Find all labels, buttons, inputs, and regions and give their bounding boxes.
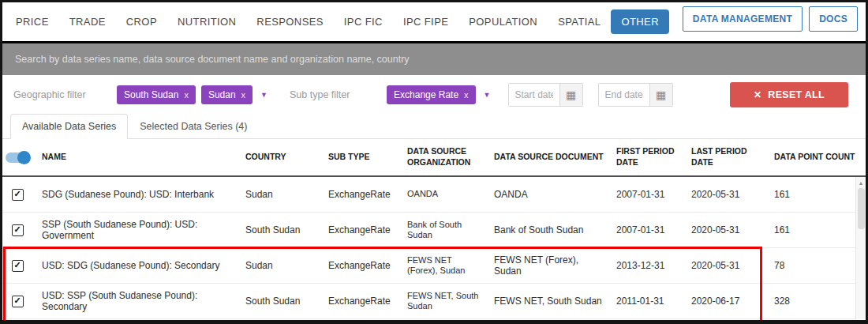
chip-label: Sudan bbox=[208, 89, 236, 100]
row-checkbox[interactable]: ✓ bbox=[12, 224, 24, 236]
search-bar bbox=[2, 43, 866, 75]
cell-document: FEWS NET (Forex), Sudan bbox=[494, 254, 616, 277]
cell-name: SSP (South Sudanese Pound): USD: Governm… bbox=[42, 219, 245, 242]
end-date-input[interactable] bbox=[599, 84, 649, 106]
cell-organization: FEWS NET (Forex), Sudan bbox=[407, 255, 494, 276]
toggle-knob bbox=[17, 151, 31, 164]
data-management-button[interactable]: DATA MANAGEMENT bbox=[683, 6, 803, 32]
nav-tab-population[interactable]: POPULATION bbox=[458, 9, 548, 34]
geographic-dropdown-caret-icon[interactable]: ▼ bbox=[260, 91, 268, 99]
reset-label: RESET ALL bbox=[768, 89, 825, 100]
nav-tab-nutrition[interactable]: NUTRITION bbox=[167, 9, 246, 34]
table-row-2[interactable]: ✓ SSP (South Sudanese Pound): USD: Gover… bbox=[2, 213, 866, 248]
chip-south-sudan[interactable]: South Sudan x bbox=[117, 85, 196, 104]
reset-all-button[interactable]: ✕ RESET ALL bbox=[730, 82, 848, 107]
table-row-4[interactable]: ✓ USD: SSP (South Sudanese Pound): Secon… bbox=[2, 284, 866, 319]
nav-tab-responses[interactable]: RESPONSES bbox=[246, 9, 334, 34]
cell-sub-type: ExchangeRate bbox=[328, 224, 407, 235]
nav-tab-other[interactable]: OTHER bbox=[611, 9, 669, 34]
header-first-period-date[interactable]: FIRST PERIOD DATE bbox=[616, 146, 691, 168]
calendar-icon: ▦ bbox=[566, 89, 576, 101]
end-date-calendar-button[interactable]: ▦ bbox=[649, 84, 672, 106]
nav-actions: DATA MANAGEMENT DOCS bbox=[683, 2, 858, 32]
tab-selected-data-series[interactable]: Selected Data Series (4) bbox=[128, 114, 259, 139]
nav-tab-ipc-fipe[interactable]: IPC FIPE bbox=[393, 9, 458, 34]
cell-country: Sudan bbox=[245, 189, 328, 200]
cell-last-period-date: 2020-05-31 bbox=[691, 189, 774, 200]
table-row-1[interactable]: ✓ SDG (Sudanese Pound): USD: Interbank S… bbox=[2, 177, 866, 213]
header-name[interactable]: NAME bbox=[42, 152, 245, 163]
row-checkbox[interactable]: ✓ bbox=[12, 296, 24, 307]
cell-last-period-date: 2020-05-31 bbox=[691, 224, 774, 235]
cell-data-point-count: 78 bbox=[774, 260, 866, 271]
cell-organization: OANDA bbox=[407, 189, 494, 199]
header-data-source-organization[interactable]: DATA SOURCE ORGANIZATION bbox=[407, 146, 494, 168]
header-sub-type[interactable]: SUB TYPE bbox=[328, 152, 407, 163]
chip-remove-icon[interactable]: x bbox=[464, 90, 469, 100]
geographic-filter-input[interactable] bbox=[12, 89, 111, 101]
end-date-group: ▦ bbox=[598, 83, 673, 107]
cell-sub-type: ExchangeRate bbox=[328, 189, 407, 200]
check-icon: ✓ bbox=[13, 296, 21, 306]
app-window: PRICE TRADE CROP NUTRITION RESPONSES IPC… bbox=[0, 0, 868, 324]
table-header: NAME COUNTRY SUB TYPE DATA SOURCE ORGANI… bbox=[2, 139, 866, 177]
chip-label: Exchange Rate bbox=[394, 89, 458, 100]
cell-name: USD: SDG (Sudanese Pound): Secondary bbox=[42, 260, 245, 271]
cell-data-point-count: 161 bbox=[774, 224, 866, 235]
header-last-period-date[interactable]: LAST PERIOD DATE bbox=[691, 146, 774, 168]
cell-sub-type: ExchangeRate bbox=[328, 296, 407, 307]
table-scrollbar[interactable]: ▲ bbox=[855, 177, 866, 319]
data-series-table: NAME COUNTRY SUB TYPE DATA SOURCE ORGANI… bbox=[2, 139, 866, 319]
cell-first-period-date: 2007-01-31 bbox=[616, 224, 691, 235]
filter-bar: South Sudan x Sudan x ▼ Exchange Rate x … bbox=[2, 75, 866, 114]
header-data-point-count[interactable]: DATA POINT COUNT bbox=[774, 152, 866, 163]
cell-organization: Bank of South Sudan bbox=[407, 220, 494, 240]
nav-tab-crop[interactable]: CROP bbox=[116, 9, 167, 34]
row-checkbox[interactable]: ✓ bbox=[12, 189, 24, 201]
header-data-source-document[interactable]: DATA SOURCE DOCUMENT bbox=[494, 152, 616, 163]
top-nav: PRICE TRADE CROP NUTRITION RESPONSES IPC… bbox=[2, 2, 866, 43]
select-all-toggle[interactable] bbox=[6, 153, 29, 163]
header-country[interactable]: COUNTRY bbox=[245, 152, 328, 163]
nav-tab-price[interactable]: PRICE bbox=[6, 9, 59, 34]
cell-document: OANDA bbox=[494, 189, 616, 200]
cell-country: South Sudan bbox=[245, 224, 328, 235]
start-date-group: ▦ bbox=[508, 83, 583, 107]
nav-tabs: PRICE TRADE CROP NUTRITION RESPONSES IPC… bbox=[6, 9, 669, 34]
subtype-dropdown-caret-icon[interactable]: ▼ bbox=[484, 91, 491, 99]
chip-remove-icon[interactable]: x bbox=[184, 90, 189, 100]
row-checkbox[interactable]: ✓ bbox=[12, 260, 24, 272]
check-icon: ✓ bbox=[13, 189, 21, 199]
subtype-filter-input[interactable] bbox=[288, 89, 381, 101]
chip-label: South Sudan bbox=[124, 89, 178, 100]
scrollbar-thumb[interactable] bbox=[858, 188, 865, 229]
cell-sub-type: ExchangeRate bbox=[328, 260, 407, 271]
nav-tab-ipc-fic[interactable]: IPC FIC bbox=[334, 9, 393, 34]
cell-country: Sudan bbox=[245, 260, 328, 271]
nav-tab-trade[interactable]: TRADE bbox=[59, 9, 116, 34]
start-date-input[interactable] bbox=[509, 84, 559, 106]
chip-remove-icon[interactable]: x bbox=[241, 90, 246, 100]
series-tabs: Available Data Series Selected Data Seri… bbox=[2, 114, 866, 139]
start-date-calendar-button[interactable]: ▦ bbox=[559, 84, 582, 106]
cell-last-period-date: 2020-06-17 bbox=[691, 296, 774, 307]
scroll-up-icon[interactable]: ▲ bbox=[859, 177, 864, 188]
tab-available-data-series[interactable]: Available Data Series bbox=[10, 114, 128, 139]
docs-button[interactable]: DOCS bbox=[809, 6, 858, 32]
cell-document: Bank of South Sudan bbox=[494, 224, 616, 235]
cell-document: FEWS NET, South Sudan bbox=[494, 296, 616, 307]
cell-name: USD: SSP (South Sudanese Pound): Seconda… bbox=[42, 290, 245, 313]
table-body: ✓ SDG (Sudanese Pound): USD: Interbank S… bbox=[2, 177, 866, 319]
cell-organization: FEWS NET, South Sudan bbox=[407, 291, 494, 311]
table-row-3[interactable]: ✓ USD: SDG (Sudanese Pound): Secondary S… bbox=[2, 248, 866, 284]
cell-data-point-count: 161 bbox=[774, 189, 866, 200]
cell-last-period-date: 2020-05-31 bbox=[691, 260, 774, 271]
search-input[interactable] bbox=[13, 53, 855, 66]
cell-name: SDG (Sudanese Pound): USD: Interbank bbox=[42, 189, 245, 200]
chip-sudan[interactable]: Sudan x bbox=[201, 85, 253, 104]
reset-icon: ✕ bbox=[754, 89, 761, 100]
check-icon: ✓ bbox=[13, 224, 21, 235]
calendar-icon: ▦ bbox=[656, 89, 666, 101]
nav-tab-spatial[interactable]: SPATIAL bbox=[548, 9, 611, 34]
chip-exchange-rate[interactable]: Exchange Rate x bbox=[387, 85, 476, 104]
